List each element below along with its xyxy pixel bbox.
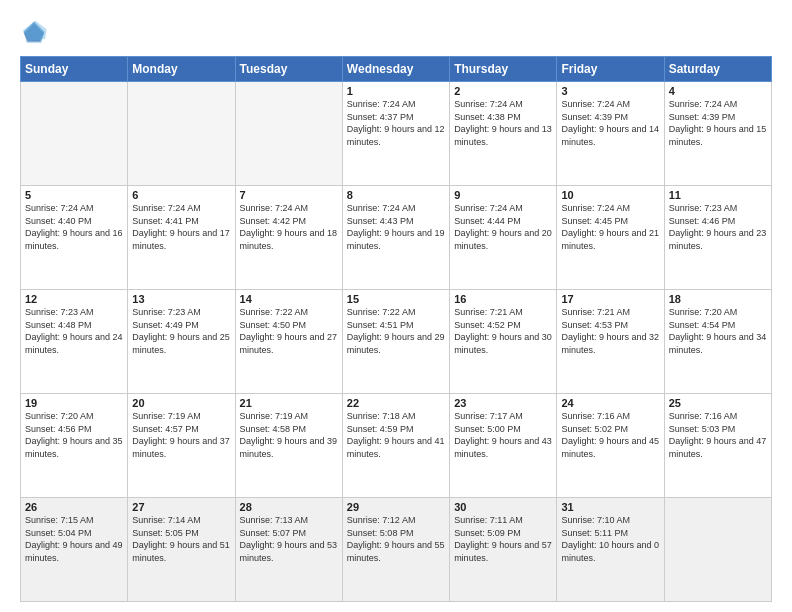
calendar-cell: 3Sunrise: 7:24 AM Sunset: 4:39 PM Daylig… — [557, 82, 664, 186]
day-number: 21 — [240, 397, 338, 409]
logo-icon — [20, 18, 48, 46]
calendar-cell: 12Sunrise: 7:23 AM Sunset: 4:48 PM Dayli… — [21, 290, 128, 394]
calendar-cell: 8Sunrise: 7:24 AM Sunset: 4:43 PM Daylig… — [342, 186, 449, 290]
day-info: Sunrise: 7:24 AM Sunset: 4:38 PM Dayligh… — [454, 98, 552, 148]
day-number: 9 — [454, 189, 552, 201]
day-number: 27 — [132, 501, 230, 513]
day-info: Sunrise: 7:12 AM Sunset: 5:08 PM Dayligh… — [347, 514, 445, 564]
day-info: Sunrise: 7:21 AM Sunset: 4:52 PM Dayligh… — [454, 306, 552, 356]
day-info: Sunrise: 7:24 AM Sunset: 4:41 PM Dayligh… — [132, 202, 230, 252]
day-number: 22 — [347, 397, 445, 409]
calendar-week-row: 12Sunrise: 7:23 AM Sunset: 4:48 PM Dayli… — [21, 290, 772, 394]
calendar-cell: 24Sunrise: 7:16 AM Sunset: 5:02 PM Dayli… — [557, 394, 664, 498]
calendar-cell: 28Sunrise: 7:13 AM Sunset: 5:07 PM Dayli… — [235, 498, 342, 602]
calendar-cell: 29Sunrise: 7:12 AM Sunset: 5:08 PM Dayli… — [342, 498, 449, 602]
calendar-cell: 17Sunrise: 7:21 AM Sunset: 4:53 PM Dayli… — [557, 290, 664, 394]
calendar-cell: 10Sunrise: 7:24 AM Sunset: 4:45 PM Dayli… — [557, 186, 664, 290]
day-number: 5 — [25, 189, 123, 201]
calendar-cell: 21Sunrise: 7:19 AM Sunset: 4:58 PM Dayli… — [235, 394, 342, 498]
day-info: Sunrise: 7:24 AM Sunset: 4:39 PM Dayligh… — [561, 98, 659, 148]
day-number: 6 — [132, 189, 230, 201]
calendar-cell: 16Sunrise: 7:21 AM Sunset: 4:52 PM Dayli… — [450, 290, 557, 394]
weekday-header-thursday: Thursday — [450, 57, 557, 82]
day-number: 26 — [25, 501, 123, 513]
calendar-cell: 4Sunrise: 7:24 AM Sunset: 4:39 PM Daylig… — [664, 82, 771, 186]
day-number: 18 — [669, 293, 767, 305]
day-info: Sunrise: 7:18 AM Sunset: 4:59 PM Dayligh… — [347, 410, 445, 460]
day-number: 24 — [561, 397, 659, 409]
calendar-cell: 27Sunrise: 7:14 AM Sunset: 5:05 PM Dayli… — [128, 498, 235, 602]
calendar-cell: 26Sunrise: 7:15 AM Sunset: 5:04 PM Dayli… — [21, 498, 128, 602]
day-number: 30 — [454, 501, 552, 513]
day-info: Sunrise: 7:19 AM Sunset: 4:57 PM Dayligh… — [132, 410, 230, 460]
day-number: 8 — [347, 189, 445, 201]
calendar-cell — [235, 82, 342, 186]
day-number: 31 — [561, 501, 659, 513]
calendar-cell: 23Sunrise: 7:17 AM Sunset: 5:00 PM Dayli… — [450, 394, 557, 498]
weekday-header-sunday: Sunday — [21, 57, 128, 82]
day-info: Sunrise: 7:11 AM Sunset: 5:09 PM Dayligh… — [454, 514, 552, 564]
calendar-cell: 5Sunrise: 7:24 AM Sunset: 4:40 PM Daylig… — [21, 186, 128, 290]
logo — [20, 18, 52, 46]
calendar-cell: 9Sunrise: 7:24 AM Sunset: 4:44 PM Daylig… — [450, 186, 557, 290]
calendar-week-row: 1Sunrise: 7:24 AM Sunset: 4:37 PM Daylig… — [21, 82, 772, 186]
calendar-cell: 20Sunrise: 7:19 AM Sunset: 4:57 PM Dayli… — [128, 394, 235, 498]
day-info: Sunrise: 7:15 AM Sunset: 5:04 PM Dayligh… — [25, 514, 123, 564]
calendar: SundayMondayTuesdayWednesdayThursdayFrid… — [20, 56, 772, 602]
day-info: Sunrise: 7:20 AM Sunset: 4:56 PM Dayligh… — [25, 410, 123, 460]
day-number: 17 — [561, 293, 659, 305]
day-number: 14 — [240, 293, 338, 305]
calendar-cell: 30Sunrise: 7:11 AM Sunset: 5:09 PM Dayli… — [450, 498, 557, 602]
day-info: Sunrise: 7:16 AM Sunset: 5:02 PM Dayligh… — [561, 410, 659, 460]
weekday-header-friday: Friday — [557, 57, 664, 82]
day-number: 19 — [25, 397, 123, 409]
day-info: Sunrise: 7:14 AM Sunset: 5:05 PM Dayligh… — [132, 514, 230, 564]
calendar-cell: 6Sunrise: 7:24 AM Sunset: 4:41 PM Daylig… — [128, 186, 235, 290]
calendar-cell: 31Sunrise: 7:10 AM Sunset: 5:11 PM Dayli… — [557, 498, 664, 602]
day-number: 7 — [240, 189, 338, 201]
day-number: 10 — [561, 189, 659, 201]
weekday-header-monday: Monday — [128, 57, 235, 82]
page: SundayMondayTuesdayWednesdayThursdayFrid… — [0, 0, 792, 612]
day-number: 29 — [347, 501, 445, 513]
day-info: Sunrise: 7:24 AM Sunset: 4:42 PM Dayligh… — [240, 202, 338, 252]
day-number: 15 — [347, 293, 445, 305]
calendar-cell: 18Sunrise: 7:20 AM Sunset: 4:54 PM Dayli… — [664, 290, 771, 394]
day-number: 4 — [669, 85, 767, 97]
day-info: Sunrise: 7:24 AM Sunset: 4:45 PM Dayligh… — [561, 202, 659, 252]
day-info: Sunrise: 7:20 AM Sunset: 4:54 PM Dayligh… — [669, 306, 767, 356]
calendar-cell: 14Sunrise: 7:22 AM Sunset: 4:50 PM Dayli… — [235, 290, 342, 394]
day-number: 1 — [347, 85, 445, 97]
day-info: Sunrise: 7:23 AM Sunset: 4:46 PM Dayligh… — [669, 202, 767, 252]
calendar-cell — [664, 498, 771, 602]
calendar-cell: 15Sunrise: 7:22 AM Sunset: 4:51 PM Dayli… — [342, 290, 449, 394]
day-number: 11 — [669, 189, 767, 201]
day-info: Sunrise: 7:13 AM Sunset: 5:07 PM Dayligh… — [240, 514, 338, 564]
day-info: Sunrise: 7:23 AM Sunset: 4:49 PM Dayligh… — [132, 306, 230, 356]
calendar-week-row: 19Sunrise: 7:20 AM Sunset: 4:56 PM Dayli… — [21, 394, 772, 498]
calendar-cell: 7Sunrise: 7:24 AM Sunset: 4:42 PM Daylig… — [235, 186, 342, 290]
day-info: Sunrise: 7:21 AM Sunset: 4:53 PM Dayligh… — [561, 306, 659, 356]
day-info: Sunrise: 7:22 AM Sunset: 4:51 PM Dayligh… — [347, 306, 445, 356]
day-info: Sunrise: 7:24 AM Sunset: 4:37 PM Dayligh… — [347, 98, 445, 148]
calendar-week-row: 26Sunrise: 7:15 AM Sunset: 5:04 PM Dayli… — [21, 498, 772, 602]
day-number: 16 — [454, 293, 552, 305]
day-info: Sunrise: 7:19 AM Sunset: 4:58 PM Dayligh… — [240, 410, 338, 460]
day-info: Sunrise: 7:24 AM Sunset: 4:40 PM Dayligh… — [25, 202, 123, 252]
day-info: Sunrise: 7:23 AM Sunset: 4:48 PM Dayligh… — [25, 306, 123, 356]
day-info: Sunrise: 7:17 AM Sunset: 5:00 PM Dayligh… — [454, 410, 552, 460]
day-number: 28 — [240, 501, 338, 513]
day-info: Sunrise: 7:24 AM Sunset: 4:44 PM Dayligh… — [454, 202, 552, 252]
day-info: Sunrise: 7:24 AM Sunset: 4:39 PM Dayligh… — [669, 98, 767, 148]
day-info: Sunrise: 7:22 AM Sunset: 4:50 PM Dayligh… — [240, 306, 338, 356]
day-info: Sunrise: 7:10 AM Sunset: 5:11 PM Dayligh… — [561, 514, 659, 564]
calendar-cell: 13Sunrise: 7:23 AM Sunset: 4:49 PM Dayli… — [128, 290, 235, 394]
weekday-header-row: SundayMondayTuesdayWednesdayThursdayFrid… — [21, 57, 772, 82]
day-info: Sunrise: 7:24 AM Sunset: 4:43 PM Dayligh… — [347, 202, 445, 252]
day-number: 23 — [454, 397, 552, 409]
weekday-header-wednesday: Wednesday — [342, 57, 449, 82]
calendar-cell — [21, 82, 128, 186]
calendar-cell — [128, 82, 235, 186]
day-number: 20 — [132, 397, 230, 409]
day-info: Sunrise: 7:16 AM Sunset: 5:03 PM Dayligh… — [669, 410, 767, 460]
